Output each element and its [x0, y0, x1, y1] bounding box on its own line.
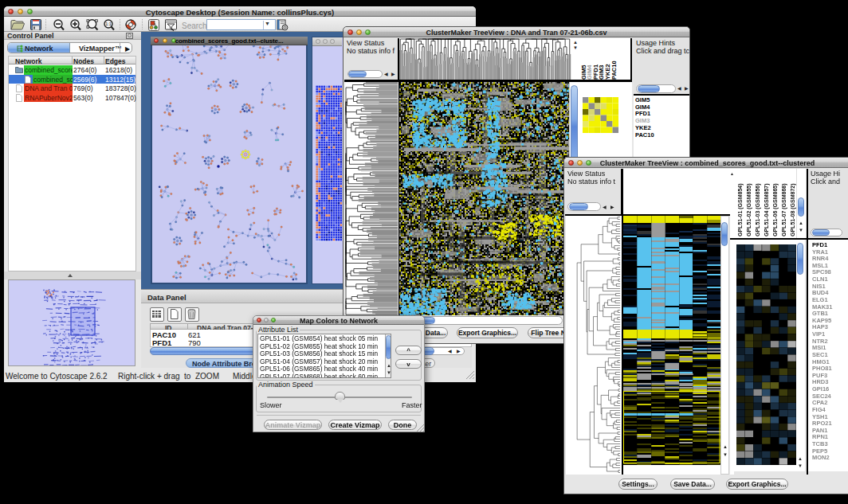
svg-text:1:1: 1:1 [105, 21, 112, 26]
